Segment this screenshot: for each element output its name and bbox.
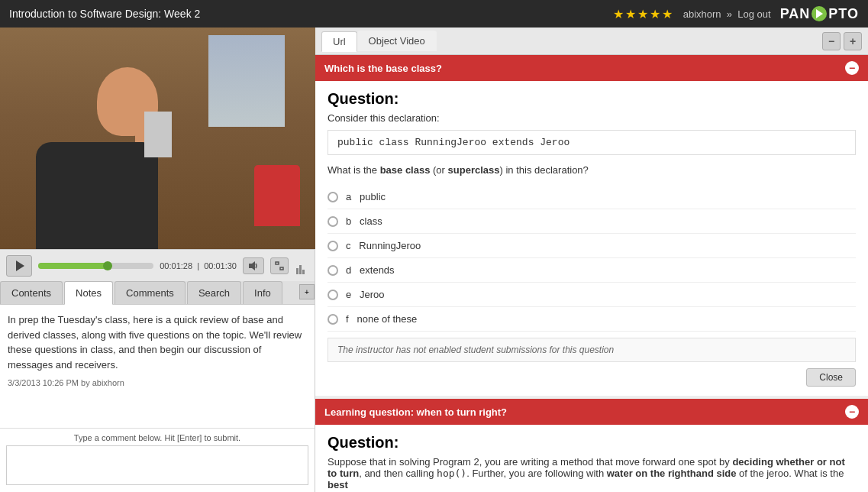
bg-chair xyxy=(254,165,300,226)
question-2-header-text: Learning question: when to turn right? xyxy=(324,406,507,418)
total-time: 00:01:30 xyxy=(204,261,237,270)
bg-window xyxy=(208,35,285,127)
question-2-body: Question: Suppose that in solving Progra… xyxy=(315,425,868,492)
question-2-header: Learning question: when to turn right? − xyxy=(315,399,868,425)
header-right: ★★★★★ abixhorn » Log out PAN PTO xyxy=(613,6,859,22)
question-2-collapse[interactable]: − xyxy=(845,405,859,419)
panopto-logo: PAN PTO xyxy=(780,6,859,22)
svg-rect-1 xyxy=(276,262,279,264)
option-b-radio[interactable] xyxy=(328,216,338,227)
progress-fill xyxy=(38,263,108,269)
stats-button[interactable] xyxy=(295,257,308,274)
option-f-label: f none of these xyxy=(346,313,417,325)
svg-rect-2 xyxy=(280,267,283,270)
question-block-1: Which is the base class? − Question: Con… xyxy=(315,55,868,396)
option-e-row[interactable]: e Jeroo xyxy=(328,283,856,307)
tab-notes[interactable]: Notes xyxy=(64,281,113,305)
person-shirt xyxy=(144,112,172,157)
zoom-controls: − + xyxy=(822,32,862,50)
question-1-collapse[interactable]: − xyxy=(845,61,859,75)
option-d-row[interactable]: d extends xyxy=(328,258,856,283)
option-d-label: d extends xyxy=(346,264,395,276)
tab-search[interactable]: Search xyxy=(187,281,241,304)
volume-icon xyxy=(248,261,259,271)
option-d-radio[interactable] xyxy=(328,265,338,276)
left-tabs: Contents Notes Comments Search Info + xyxy=(0,281,315,305)
header: Introduction to Software Design: Week 2 … xyxy=(0,0,868,28)
bold-base-class: base class xyxy=(380,164,431,176)
question-block-2: Learning question: when to turn right? −… xyxy=(315,396,868,492)
option-e-label: e Jeroo xyxy=(346,289,385,300)
option-b-label: b class xyxy=(346,215,382,227)
option-e-radio[interactable] xyxy=(328,290,338,300)
question-2-text: Suppose that in solving Program 2, you a… xyxy=(328,456,856,490)
right-tabs: Url Object Video − + xyxy=(315,28,868,55)
tab-object-video[interactable]: Object Video xyxy=(357,31,437,51)
tab-url[interactable]: Url xyxy=(321,31,357,52)
question-1-body: Question: Consider this declaration: pub… xyxy=(315,81,868,396)
progress-thumb xyxy=(103,261,112,270)
logo-text-right: PTO xyxy=(828,6,859,22)
question-1-header: Which is the base class? − xyxy=(315,55,868,81)
code-block-1: public class RunningJeroo extends Jeroo xyxy=(328,130,856,155)
question-1-prompt: Consider this declaration: xyxy=(328,112,856,124)
username: abixhorn xyxy=(683,8,721,20)
logo-text-left: PAN xyxy=(780,6,811,22)
content-area[interactable]: Which is the base class? − Question: Con… xyxy=(315,55,868,492)
left-panel: 00:01:28 | 00:01:30 xyxy=(0,28,315,492)
bold-superclass: superclass xyxy=(448,164,500,176)
option-c-row[interactable]: c RunningJeroo xyxy=(328,234,856,258)
zoom-out-button[interactable]: − xyxy=(822,32,841,50)
logo-play-icon xyxy=(812,6,827,21)
option-f-radio[interactable] xyxy=(328,314,338,325)
notes-date: 3/3/2013 10:26 PM by abixhorn xyxy=(8,378,124,387)
option-b-row[interactable]: b class xyxy=(328,209,856,234)
play-button[interactable] xyxy=(6,255,32,277)
tab-expand-button[interactable]: + xyxy=(299,284,315,299)
star-rating[interactable]: ★★★★★ xyxy=(613,7,674,21)
close-button[interactable]: Close xyxy=(806,368,856,387)
fullscreen-icon xyxy=(275,261,284,270)
option-a-label: a public xyxy=(346,191,386,202)
option-c-radio[interactable] xyxy=(328,241,338,251)
main-layout: 00:01:28 | 00:01:30 xyxy=(0,28,868,492)
option-a-radio[interactable] xyxy=(328,192,338,202)
logout-link[interactable]: Log out xyxy=(737,8,770,20)
tab-contents[interactable]: Contents xyxy=(0,281,63,304)
tab-comments[interactable]: Comments xyxy=(115,281,186,304)
volume-button[interactable] xyxy=(243,257,264,274)
bold-best: best xyxy=(328,479,348,490)
video-controls: 00:01:28 | 00:01:30 xyxy=(0,249,315,281)
question-1-text: What is the base class (or superclass) i… xyxy=(328,164,856,176)
bold-deciding: deciding whether or not to turn xyxy=(328,456,845,479)
right-panel: Url Object Video − + Which is the base c… xyxy=(315,28,868,492)
progress-bar[interactable] xyxy=(38,263,153,269)
bar3 xyxy=(302,270,305,274)
current-time: 00:01:28 xyxy=(160,261,192,270)
bar1 xyxy=(296,268,298,274)
bold-water: water on the righthand side xyxy=(607,468,737,479)
comment-input[interactable] xyxy=(6,445,308,485)
notes-meta: 3/3/2013 10:26 PM by abixhorn xyxy=(8,377,307,390)
video-player xyxy=(0,28,315,249)
person-body xyxy=(36,142,158,249)
comment-instructions: Type a comment below. Hit [Enter] to sub… xyxy=(6,433,308,442)
fullscreen-button[interactable] xyxy=(270,257,289,274)
option-c-label: c RunningJeroo xyxy=(346,240,421,251)
svg-marker-0 xyxy=(249,261,255,270)
comment-section: Type a comment below. Hit [Enter] to sub… xyxy=(0,429,315,492)
bar2 xyxy=(299,265,302,274)
code-hop: hop() xyxy=(437,468,466,479)
option-a-row[interactable]: a public xyxy=(328,185,856,209)
question-1-header-text: Which is the base class? xyxy=(324,63,442,74)
question-1-title: Question: xyxy=(328,90,856,108)
page-title: Introduction to Software Design: Week 2 xyxy=(9,8,200,20)
user-info: abixhorn » Log out xyxy=(683,8,771,20)
submission-note: The instructor has not enabled student s… xyxy=(328,338,856,362)
zoom-in-button[interactable]: + xyxy=(844,32,862,50)
play-icon xyxy=(16,261,24,271)
notes-text: In prep the Tuesday's class, here is a q… xyxy=(8,312,307,372)
option-f-row[interactable]: f none of these xyxy=(328,307,856,332)
tab-info[interactable]: Info xyxy=(243,281,282,304)
notes-content: In prep the Tuesday's class, here is a q… xyxy=(0,305,315,429)
